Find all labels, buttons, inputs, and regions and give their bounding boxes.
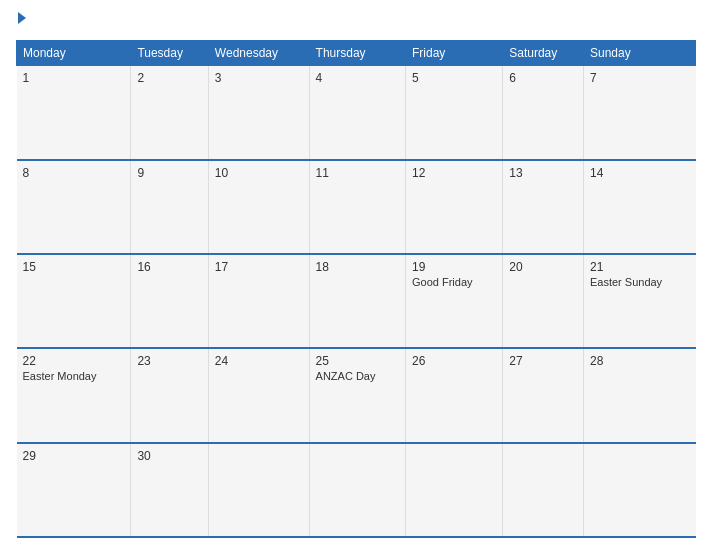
- calendar-cell: 25ANZAC Day: [309, 348, 405, 442]
- day-number: 30: [137, 449, 201, 463]
- week-row: 1234567: [17, 66, 696, 160]
- calendar-cell: [583, 443, 695, 537]
- col-header-monday: Monday: [17, 41, 131, 66]
- holiday-name: Easter Sunday: [590, 276, 690, 288]
- day-number: 21: [590, 260, 690, 274]
- day-number: 10: [215, 166, 303, 180]
- col-header-saturday: Saturday: [503, 41, 584, 66]
- calendar-page: MondayTuesdayWednesdayThursdayFridaySatu…: [0, 0, 712, 550]
- calendar-cell: 10: [208, 160, 309, 254]
- day-number: 13: [509, 166, 577, 180]
- holiday-name: Easter Monday: [23, 370, 125, 382]
- calendar-cell: 21Easter Sunday: [583, 254, 695, 348]
- calendar-cell: 15: [17, 254, 131, 348]
- day-number: 5: [412, 71, 496, 85]
- calendar-cell: 22Easter Monday: [17, 348, 131, 442]
- calendar-cell: 5: [406, 66, 503, 160]
- day-number: 20: [509, 260, 577, 274]
- day-number: 19: [412, 260, 496, 274]
- calendar-cell: [208, 443, 309, 537]
- day-number: 3: [215, 71, 303, 85]
- col-header-tuesday: Tuesday: [131, 41, 208, 66]
- week-row: 891011121314: [17, 160, 696, 254]
- calendar-cell: 26: [406, 348, 503, 442]
- header-row: MondayTuesdayWednesdayThursdayFridaySatu…: [17, 41, 696, 66]
- calendar-cell: [503, 443, 584, 537]
- calendar-cell: 29: [17, 443, 131, 537]
- header: [16, 12, 696, 30]
- day-number: 11: [316, 166, 399, 180]
- day-number: 12: [412, 166, 496, 180]
- day-number: 27: [509, 354, 577, 368]
- calendar-cell: 11: [309, 160, 405, 254]
- week-row: 2930: [17, 443, 696, 537]
- calendar-cell: 19Good Friday: [406, 254, 503, 348]
- day-number: 28: [590, 354, 690, 368]
- calendar-cell: 1: [17, 66, 131, 160]
- day-number: 4: [316, 71, 399, 85]
- col-header-sunday: Sunday: [583, 41, 695, 66]
- day-number: 29: [23, 449, 125, 463]
- col-header-friday: Friday: [406, 41, 503, 66]
- calendar-table: MondayTuesdayWednesdayThursdayFridaySatu…: [16, 40, 696, 538]
- day-number: 23: [137, 354, 201, 368]
- calendar-cell: 4: [309, 66, 405, 160]
- day-number: 26: [412, 354, 496, 368]
- holiday-name: ANZAC Day: [316, 370, 399, 382]
- calendar-cell: 17: [208, 254, 309, 348]
- col-header-thursday: Thursday: [309, 41, 405, 66]
- week-row: 22Easter Monday232425ANZAC Day262728: [17, 348, 696, 442]
- calendar-cell: 9: [131, 160, 208, 254]
- calendar-cell: 14: [583, 160, 695, 254]
- calendar-body: 12345678910111213141516171819Good Friday…: [17, 66, 696, 538]
- calendar-cell: 3: [208, 66, 309, 160]
- calendar-cell: 16: [131, 254, 208, 348]
- calendar-cell: 6: [503, 66, 584, 160]
- calendar-cell: 7: [583, 66, 695, 160]
- day-number: 14: [590, 166, 690, 180]
- calendar-cell: 8: [17, 160, 131, 254]
- calendar-cell: 18: [309, 254, 405, 348]
- day-number: 6: [509, 71, 577, 85]
- calendar-cell: 12: [406, 160, 503, 254]
- calendar-cell: 27: [503, 348, 584, 442]
- calendar-cell: 2: [131, 66, 208, 160]
- day-number: 17: [215, 260, 303, 274]
- day-number: 24: [215, 354, 303, 368]
- day-number: 15: [23, 260, 125, 274]
- calendar-cell: [309, 443, 405, 537]
- day-number: 1: [23, 71, 125, 85]
- logo-triangle-icon: [18, 12, 26, 24]
- logo: [16, 12, 26, 30]
- day-number: 8: [23, 166, 125, 180]
- calendar-header: MondayTuesdayWednesdayThursdayFridaySatu…: [17, 41, 696, 66]
- calendar-cell: [406, 443, 503, 537]
- day-number: 22: [23, 354, 125, 368]
- calendar-cell: 20: [503, 254, 584, 348]
- day-number: 9: [137, 166, 201, 180]
- col-header-wednesday: Wednesday: [208, 41, 309, 66]
- calendar-cell: 24: [208, 348, 309, 442]
- day-number: 16: [137, 260, 201, 274]
- day-number: 7: [590, 71, 690, 85]
- calendar-cell: 28: [583, 348, 695, 442]
- week-row: 1516171819Good Friday2021Easter Sunday: [17, 254, 696, 348]
- calendar-cell: 23: [131, 348, 208, 442]
- day-number: 25: [316, 354, 399, 368]
- calendar-cell: 13: [503, 160, 584, 254]
- calendar-cell: 30: [131, 443, 208, 537]
- holiday-name: Good Friday: [412, 276, 496, 288]
- day-number: 2: [137, 71, 201, 85]
- day-number: 18: [316, 260, 399, 274]
